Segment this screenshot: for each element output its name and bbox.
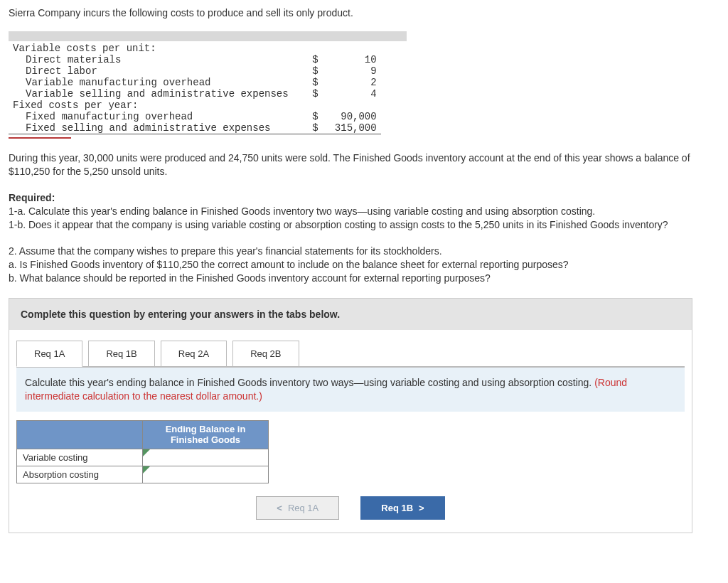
fixed-header: Fixed costs per year: — [9, 100, 381, 111]
answer-area: Complete this question by entering your … — [9, 298, 692, 533]
required-1a: 1-a. Calculate this year's ending balanc… — [9, 205, 719, 218]
row-fsae-label: Fixed selling and administrative expense… — [9, 122, 293, 134]
prompt-main: Calculate this year's ending balance in … — [25, 377, 594, 388]
required-title: Required: — [9, 191, 719, 205]
row-absorption-costing-label: Absorption costing — [17, 466, 143, 483]
tab-req-1b[interactable]: Req 1B — [88, 341, 154, 367]
answer-input-table: Ending Balance in Finished Goods Variabl… — [16, 420, 269, 483]
tab-row: Req 1A Req 1B Req 2A Req 2B — [9, 330, 692, 366]
input-variable-costing[interactable] — [143, 449, 269, 466]
row-variable-costing-label: Variable costing — [17, 449, 143, 466]
row-fmoh-sym: $ — [293, 111, 323, 122]
input-absorption-costing[interactable] — [143, 466, 269, 483]
row-dm-val: 10 — [323, 54, 381, 65]
col-header-ending-balance: Ending Balance in Finished Goods — [143, 420, 269, 449]
row-fsae-sym: $ — [293, 122, 323, 134]
nav-row: < Req 1A Req 1B > — [9, 496, 692, 533]
tab-prompt: Calculate this year's ending balance in … — [16, 367, 685, 412]
tab-req-1a[interactable]: Req 1A — [16, 341, 82, 367]
nav-next-button[interactable]: Req 1B > — [360, 496, 444, 520]
row-dl-sym: $ — [293, 65, 323, 77]
row-fmoh-label: Fixed manufacturing overhead — [9, 111, 293, 122]
edit-marker-icon — [143, 449, 150, 456]
instruction-bar: Complete this question by entering your … — [9, 299, 692, 330]
row-vmoh-val: 2 — [323, 77, 381, 88]
required-1b: 1-b. Does it appear that the company is … — [9, 218, 719, 232]
required-2b: b. What balance should be reported in th… — [9, 272, 719, 285]
tab-req-2a[interactable]: Req 2A — [161, 341, 227, 367]
nav-prev-button[interactable]: < Req 1A — [256, 496, 339, 520]
row-dl-val: 9 — [323, 65, 381, 77]
chevron-left-icon: < — [277, 503, 282, 513]
chevron-right-icon: > — [419, 503, 424, 513]
row-vsae-label: Variable selling and administrative expe… — [9, 88, 293, 100]
blank-header — [17, 420, 143, 449]
row-vmoh-label: Variable manufacturing overhead — [9, 77, 293, 88]
row-vsae-val: 4 — [323, 88, 381, 100]
required-2a: a. Is Finished Goods inventory of $110,2… — [9, 258, 719, 272]
red-underline — [9, 137, 71, 139]
row-vmoh-sym: $ — [293, 77, 323, 88]
required-block: Required: 1-a. Calculate this year's end… — [9, 191, 719, 285]
edit-marker-icon — [143, 466, 150, 474]
tab-req-2b[interactable]: Req 2B — [232, 341, 299, 367]
costs-header-bar — [9, 31, 407, 41]
row-fsae-val: 315,000 — [323, 122, 381, 134]
body-paragraph: During this year, 30,000 units were prod… — [9, 151, 719, 178]
nav-next-label: Req 1B — [381, 503, 413, 513]
row-dm-label: Direct materials — [9, 54, 293, 65]
variable-header: Variable costs per unit: — [9, 43, 381, 54]
nav-prev-label: Req 1A — [288, 503, 318, 513]
intro-text: Sierra Company incurs the following cost… — [9, 7, 719, 18]
row-dm-sym: $ — [293, 54, 323, 65]
costs-table: Variable costs per unit: Direct material… — [9, 43, 381, 134]
row-vsae-sym: $ — [293, 88, 323, 100]
required-2: 2. Assume that the company wishes to pre… — [9, 245, 719, 258]
row-dl-label: Direct labor — [9, 65, 293, 77]
row-fmoh-val: 90,000 — [323, 111, 381, 122]
